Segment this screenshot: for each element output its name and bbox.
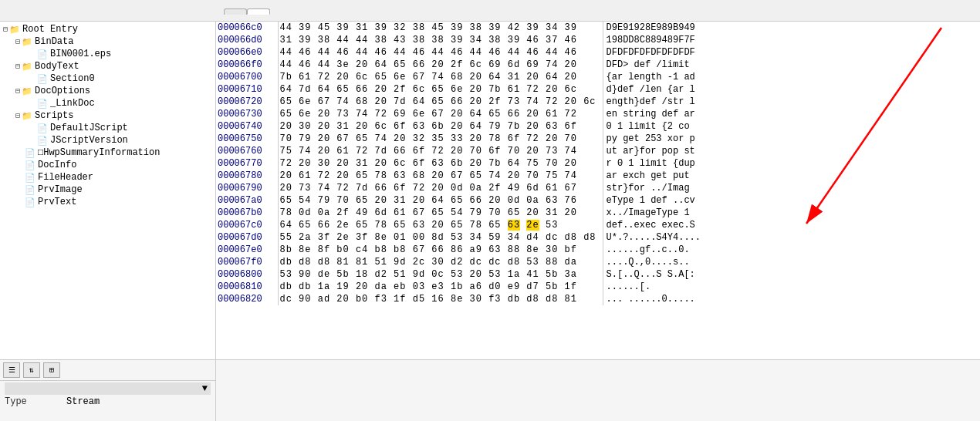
tree-item-prvimage[interactable]: 📄PrvImage [0, 184, 215, 196]
hex-bytes: db db 1a 19 20 da eb 03 e3 1b a6 d0 e9 d… [278, 281, 603, 293]
hex-row: 0000680053 90 de 5b 18 d2 51 9d 0c 53 20… [216, 268, 702, 281]
expand-icon[interactable]: ⊟ [15, 62, 20, 71]
hex-ascii: ... ......0..... [603, 293, 702, 305]
section-label[interactable]: ▼ [5, 382, 211, 395]
hex-row: 0000674020 30 20 31 20 6c 6f 63 6b 20 64… [216, 120, 702, 133]
tree-label: _LinkDoc [50, 98, 95, 109]
tree-panel: ⊟📁Root Entry⊟📁BinData📄BIN0001.eps⊟📁BodyT… [0, 22, 216, 359]
hex-addr: 000067d0 [216, 231, 278, 244]
hex-row: 000067e08b 8e 8f b0 c4 b8 b8 67 66 86 a9… [216, 244, 702, 256]
tree-item-bin0001[interactable]: 📄BIN0001.eps [0, 48, 215, 60]
toolbar-sort-btn[interactable]: ⇅ [23, 362, 40, 378]
tree-item-section0[interactable]: 📄Section0 [0, 72, 215, 85]
hex-addr: 00006770 [216, 157, 278, 170]
hex-ascii: 198DD8C889489F7F [603, 34, 702, 46]
hex-addr: 00006700 [216, 71, 278, 83]
tab-bar [0, 0, 980, 22]
folder-icon: 📁 [22, 86, 32, 96]
hex-bytes: db d8 d8 81 81 51 9d 2c 30 d2 dc dc d8 5… [278, 256, 603, 268]
hex-ascii: DFD> def /limit [603, 59, 702, 71]
tree-item-docinfo[interactable]: 📄DocInfo [0, 159, 215, 171]
hex-ascii: U*.?.....S4Y4.... [603, 231, 702, 244]
hex-ascii: S.[..Q...S S.A[: [603, 268, 702, 281]
tree-item-jscriptversion[interactable]: 📄JScriptVersion [0, 134, 215, 147]
hex-row: 0000672065 6e 67 74 68 20 7d 64 65 66 20… [216, 96, 702, 108]
hex-addr: 00006710 [216, 83, 278, 96]
hex-bytes: 20 61 72 20 65 78 63 68 20 67 65 74 20 7… [278, 170, 603, 182]
highlighted-byte: 63 [508, 220, 520, 231]
tab-hex-decompress[interactable] [247, 8, 270, 15]
folder-icon: 📁 [22, 111, 32, 121]
tree-label: DocInfo [38, 160, 76, 170]
hex-addr: 00006800 [216, 268, 278, 281]
hex-ascii: ....Q.,0....s.. [603, 256, 702, 268]
tree-item-prvtext[interactable]: 📄PrvText [0, 196, 215, 208]
hex-row: 000066e044 46 44 46 44 46 44 46 44 46 44… [216, 46, 702, 59]
toolbar-list-btn[interactable]: ☰ [3, 362, 20, 378]
prop-row: TypeStream [5, 395, 211, 409]
tree-item-bodytext[interactable]: ⊟📁BodyText [0, 60, 215, 72]
hex-row: 000067c064 65 66 2e 65 78 65 63 20 65 78… [216, 219, 702, 231]
hex-bytes: 44 46 44 46 44 46 44 46 44 46 44 46 44 4… [278, 46, 603, 59]
hex-ascii: x../ImageType 1 [603, 207, 702, 219]
folder-icon: 📁 [9, 25, 20, 35]
hex-ascii: 0 1 limit {2 co [603, 120, 702, 133]
expand-icon[interactable]: ⊟ [15, 86, 20, 96]
hex-addr: 00006810 [216, 281, 278, 293]
section-arrow: ▼ [202, 383, 208, 394]
hex-row: 000067007b 61 72 20 6c 65 6e 67 74 68 20… [216, 71, 702, 83]
hex-row: 0000675070 79 20 67 65 74 20 32 35 33 20… [216, 133, 702, 145]
hex-addr: 000067c0 [216, 219, 278, 231]
hex-ascii: {ar length -1 ad [603, 71, 702, 83]
hex-addr: 000066f0 [216, 59, 278, 71]
tree-label: Section0 [50, 73, 95, 84]
expand-icon[interactable]: ⊟ [15, 37, 20, 46]
tree-item-docoptions[interactable]: ⊟📁DocOptions [0, 85, 215, 97]
hex-bytes: 64 65 66 2e 65 78 65 63 20 65 78 65 63 2… [278, 219, 603, 231]
tab-hex[interactable] [224, 8, 247, 15]
hex-row: 000067a065 54 79 70 65 20 31 20 64 65 66… [216, 194, 702, 207]
hex-bytes: 65 6e 67 74 68 20 7d 64 65 66 20 2f 73 7… [278, 96, 603, 108]
hex-ascii: d}def /len {ar l [603, 83, 702, 96]
tree-label: JScriptVersion [50, 135, 128, 146]
hex-addr: 000066c0 [216, 22, 278, 34]
expand-icon[interactable]: ⊟ [3, 25, 8, 34]
tree-item-linkdoc[interactable]: 📄_LinkDoc [0, 97, 215, 109]
hex-bytes: 78 0d 0a 2f 49 6d 61 67 65 54 79 70 65 2… [278, 207, 603, 219]
tree-item-hwpsummary[interactable]: 📄□HwpSummaryInformation [0, 147, 215, 159]
hex-row: 000067d055 2a 3f 2e 3f 8e 01 00 8d 53 34… [216, 231, 702, 244]
hex-addr: 000067b0 [216, 207, 278, 219]
tree-label: PrvImage [38, 184, 83, 195]
hex-bytes: 72 20 30 20 31 20 6c 6f 63 6b 20 7b 64 7… [278, 157, 603, 170]
hex-row: 00006810db db 1a 19 20 da eb 03 e3 1b a6… [216, 281, 702, 293]
tree-item-root[interactable]: ⊟📁Root Entry [0, 23, 215, 35]
file-icon: 📄 [25, 160, 35, 170]
hex-panel[interactable]: 000066c044 39 45 39 31 39 32 38 45 39 38… [216, 22, 980, 359]
toolbar-grid-btn[interactable]: ⊞ [43, 362, 60, 378]
hex-addr: 00006820 [216, 293, 278, 305]
hex-ascii: en string def ar [603, 108, 702, 120]
hex-ascii: D9E91928E989B949 [603, 22, 702, 34]
hex-row: 0000676075 74 20 61 72 7d 66 6f 72 20 70… [216, 145, 702, 157]
svg-line-1 [806, 28, 941, 224]
tree-item-scripts[interactable]: ⊟📁Scripts [0, 109, 215, 122]
hex-ascii: DFDFDFDFDFDFDFDF [603, 46, 702, 59]
hex-row: 000066c044 39 45 39 31 39 32 38 45 39 38… [216, 22, 702, 34]
tree-label: BinData [35, 36, 73, 47]
folder-icon: 📁 [22, 62, 32, 72]
tree-item-defaultjscript[interactable]: 📄DefaultJScript [0, 122, 215, 134]
hex-ascii: ar exch get put [603, 170, 702, 182]
hex-addr: 00006780 [216, 170, 278, 182]
hex-bytes: 20 30 20 31 20 6c 6f 63 6b 20 64 79 7b 2… [278, 120, 603, 133]
hex-bytes: 8b 8e 8f b0 c4 b8 b8 67 66 86 a9 63 88 8… [278, 244, 603, 256]
hex-addr: 000066d0 [216, 34, 278, 46]
main-layout: ⊟📁Root Entry⊟📁BinData📄BIN0001.eps⊟📁BodyT… [0, 22, 980, 359]
tree-item-bindata[interactable]: ⊟📁BinData [0, 35, 215, 48]
bottom-toolbar: ☰ ⇅ ⊞ [0, 360, 215, 381]
hex-ascii: eType 1 def ..cv [603, 194, 702, 207]
tree-item-fileheader[interactable]: 📄FileHeader [0, 171, 215, 184]
hex-row: 0000677072 20 30 20 31 20 6c 6f 63 6b 20… [216, 157, 702, 170]
hex-row: 0000671064 7d 64 65 66 20 2f 6c 65 6e 20… [216, 83, 702, 96]
tree-label: BodyText [35, 61, 79, 72]
expand-icon[interactable]: ⊟ [15, 111, 20, 120]
